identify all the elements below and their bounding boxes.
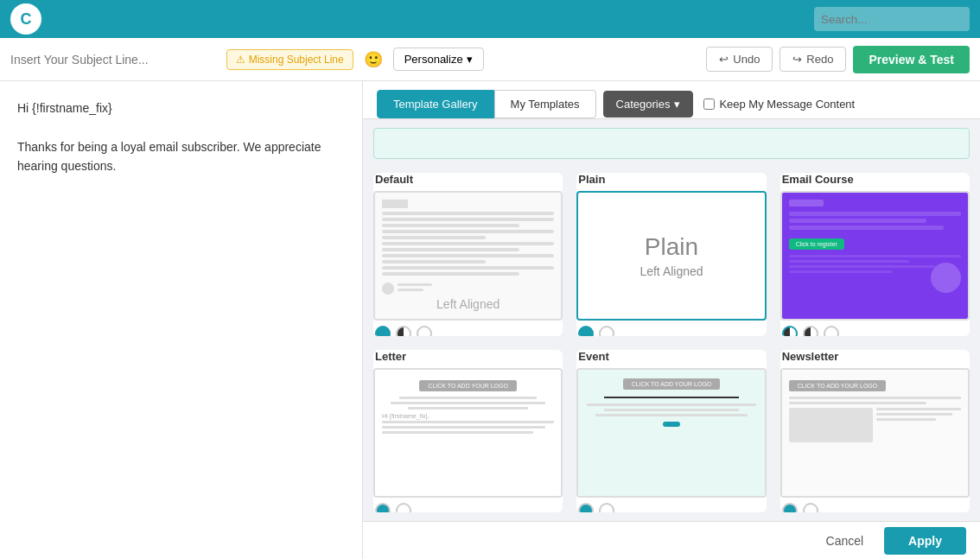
missing-subject-label: Missing Subject Line (249, 54, 344, 66)
personalize-button[interactable]: Personalize ▾ (393, 48, 484, 71)
template-default-thumb[interactable]: Left Aligned (373, 191, 563, 321)
emoji-button[interactable]: 🙂 (360, 50, 386, 69)
chevron-down-icon: ▾ (467, 53, 473, 66)
preview-test-label: Preview & Test (869, 53, 954, 67)
template-default-dots (373, 326, 563, 336)
email-greeting: Hi {!firstname_fix} (17, 98, 345, 118)
logo-text: C (21, 10, 32, 29)
undo-label: Undo (733, 53, 760, 66)
undo-button[interactable]: ↩ Undo (706, 47, 773, 72)
template-item-plain[interactable]: Plain Plain Left Aligned (576, 173, 766, 336)
template-item-email-course[interactable]: Email Course Click to register (780, 173, 970, 336)
template-newsletter-thumb[interactable]: CLICK TO ADD YOUR LOGO (780, 368, 970, 498)
tab-template-gallery-label: Template Gallery (393, 98, 478, 111)
template-item-newsletter[interactable]: Newsletter CLICK TO ADD YOUR LOGO (780, 350, 970, 513)
color-dot-half-ec[interactable] (782, 326, 798, 336)
template-item-default[interactable]: Default (373, 173, 563, 336)
categories-label: Categories (616, 98, 671, 111)
template-newsletter-dots (780, 503, 970, 513)
template-event-thumb[interactable]: CLICK TO ADD YOUR LOGO (576, 368, 766, 498)
keep-content-option: Keep My Message Content (703, 98, 855, 111)
preview-test-button[interactable]: Preview & Test (853, 46, 970, 73)
color-dot-white-letter[interactable] (396, 503, 411, 513)
color-dot-teal[interactable] (375, 326, 391, 336)
color-dot-white[interactable] (417, 326, 432, 336)
template-letter-dots (373, 503, 563, 513)
tab-my-templates[interactable]: My Templates (494, 90, 596, 118)
color-dot-white-ec[interactable] (824, 326, 839, 336)
personalize-label: Personalize (404, 53, 463, 66)
categories-button[interactable]: Categories ▾ (603, 91, 694, 118)
template-letter-thumb[interactable]: CLICK TO ADD YOUR LOGO Hi {firstname_fix… (373, 368, 563, 498)
subject-input[interactable] (10, 53, 220, 67)
chevron-down-icon: ▾ (674, 98, 680, 111)
template-email-course-title: Email Course (780, 173, 970, 191)
top-nav: C (0, 0, 980, 38)
main-layout: Hi {!firstname_fix} Thanks for being a l… (0, 81, 980, 559)
color-dot-half[interactable] (396, 326, 411, 336)
bottom-bar: Cancel Apply (363, 521, 980, 559)
toolbar: ⚠ Missing Subject Line 🙂 Personalize ▾ ↩… (0, 38, 980, 81)
template-search-input[interactable] (373, 128, 970, 159)
apply-button[interactable]: Apply (884, 527, 966, 555)
warning-icon: ⚠ (236, 54, 245, 66)
color-dot-teal-newsletter[interactable] (782, 503, 798, 513)
redo-label: Redo (806, 53, 833, 66)
color-dot-white-newsletter[interactable] (803, 503, 818, 513)
apply-label: Apply (908, 534, 942, 548)
keep-content-checkbox[interactable] (703, 98, 715, 110)
tab-my-templates-label: My Templates (511, 98, 580, 111)
cancel-label: Cancel (826, 534, 864, 548)
template-item-letter[interactable]: Letter CLICK TO ADD YOUR LOGO Hi {firstn… (373, 350, 563, 513)
template-event-dots (576, 503, 766, 513)
color-dot-white-plain[interactable] (599, 326, 614, 336)
app-logo: C (10, 3, 41, 35)
template-default-title: Default (373, 173, 563, 191)
left-panel: Hi {!firstname_fix} Thanks for being a l… (0, 81, 363, 559)
template-plain-thumb[interactable]: Plain Left Aligned (576, 191, 766, 321)
template-event-title: Event (576, 350, 766, 368)
redo-icon: ↪ (792, 53, 802, 66)
redo-button[interactable]: ↪ Redo (780, 47, 846, 72)
color-dot-white-event[interactable] (599, 503, 614, 513)
tab-bar: Template Gallery My Templates Categories… (363, 81, 980, 119)
cancel-button[interactable]: Cancel (816, 529, 875, 553)
color-dot-teal-plain[interactable] (578, 326, 594, 336)
top-nav-search[interactable] (814, 7, 970, 31)
undo-icon: ↩ (719, 53, 729, 66)
missing-subject-badge: ⚠ Missing Subject Line (226, 49, 353, 70)
template-email-course-thumb[interactable]: Click to register (780, 191, 970, 321)
right-panel: Template Gallery My Templates Categories… (363, 81, 980, 559)
template-newsletter-title: Newsletter (780, 350, 970, 368)
template-plain-dots (576, 326, 766, 336)
color-dot-teal-letter[interactable] (375, 503, 391, 513)
email-body: Thanks for being a loyal email subscribe… (17, 137, 345, 176)
template-plain-title: Plain (576, 173, 766, 191)
template-item-event[interactable]: Event CLICK TO ADD YOUR LOGO (576, 350, 766, 513)
tab-template-gallery[interactable]: Template Gallery (377, 90, 494, 118)
keep-content-label[interactable]: Keep My Message Content (719, 98, 855, 111)
template-gallery: Default (363, 164, 980, 521)
template-letter-title: Letter (373, 350, 563, 368)
color-dot-teal-event[interactable] (578, 503, 594, 513)
color-dot-half2-ec[interactable] (803, 326, 818, 336)
template-email-course-dots (780, 326, 970, 336)
